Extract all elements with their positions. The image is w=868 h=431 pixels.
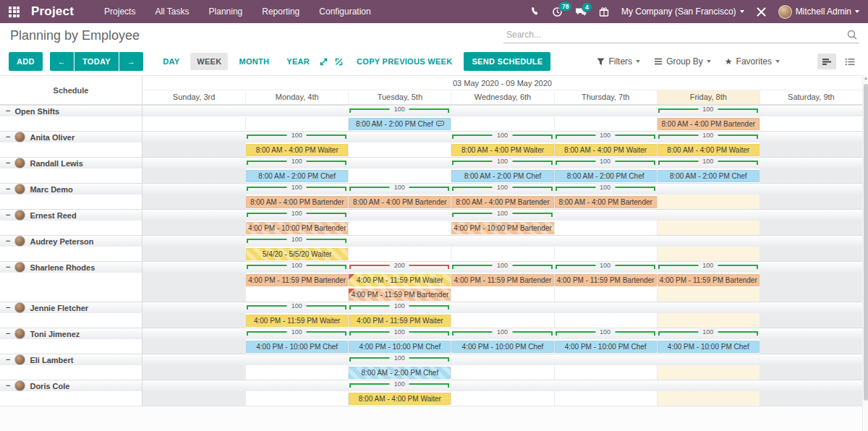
gantt-cell[interactable]: 4:00 PM - 10:00 PM Chef — [348, 339, 451, 354]
gantt-cell[interactable] — [142, 313, 245, 328]
gantt-cell[interactable]: 8:00 AM - 4:00 PM Bartender — [245, 195, 348, 209]
gantt-cell[interactable] — [142, 142, 245, 157]
gantt-cell[interactable] — [760, 142, 862, 157]
shift-block[interactable]: 4:00 PM - 11:59 PM Waiter — [349, 315, 451, 327]
gantt-cell[interactable] — [554, 247, 657, 261]
gantt-cell[interactable] — [348, 221, 451, 235]
scale-week[interactable]: WEEK — [190, 53, 228, 70]
gantt-cell[interactable] — [245, 391, 348, 406]
shift-block[interactable]: 4:00 PM - 10:00 PM Chef — [349, 341, 451, 353]
gantt-cell[interactable] — [760, 339, 862, 354]
gantt-cell[interactable]: 8:00 AM - 4:00 PM Bartender — [348, 195, 451, 209]
user-menu[interactable]: Mitchell Admin — [778, 5, 859, 19]
shift-block[interactable]: 4:00 PM - 11:59 PM Bartender — [349, 289, 451, 301]
gantt-cell[interactable]: 4:00 PM - 11:59 PM Waiter — [245, 313, 348, 328]
shift-block[interactable]: 4:00 PM - 10:00 PM Chef — [451, 341, 553, 353]
gantt-cell[interactable] — [760, 247, 862, 261]
gantt-cell[interactable] — [554, 221, 657, 235]
collapse-toggle[interactable]: − — [6, 133, 10, 141]
gantt-cell[interactable]: 8:00 AM - 2:00 PM Chef — [348, 365, 451, 380]
collapse-toggle[interactable]: − — [6, 263, 10, 271]
shift-block[interactable]: 8:00 AM - 2:00 PM Chef — [555, 170, 657, 182]
gantt-cell[interactable] — [554, 116, 657, 131]
gantt-cell[interactable] — [142, 195, 245, 209]
search-input[interactable] — [506, 30, 846, 40]
collapse-toggle[interactable]: − — [6, 382, 10, 390]
gantt-cell[interactable]: 8:00 AM - 2:00 PM Chef — [554, 168, 657, 183]
nav-item-all-tasks[interactable]: All Tasks — [155, 7, 189, 17]
gantt-cell[interactable] — [142, 168, 245, 183]
nav-item-planning[interactable]: Planning — [209, 7, 243, 17]
collapse-toggle[interactable]: − — [6, 304, 10, 312]
shift-block[interactable]: 8:00 AM - 4:00 PM Bartender — [349, 196, 451, 208]
gantt-cell[interactable] — [760, 365, 862, 380]
nav-item-projects[interactable]: Projects — [104, 7, 135, 17]
shift-block[interactable]: 8:00 AM - 2:00 PM Chef — [451, 170, 553, 182]
gantt-cell[interactable] — [142, 247, 245, 261]
shift-block[interactable]: 8:00 AM - 2:00 PM Chef — [246, 170, 348, 182]
activities-icon[interactable]: 78 — [552, 7, 563, 17]
gantt-cell[interactable]: 4:00 PM - 10:00 PM Chef — [657, 339, 760, 354]
gantt-cell[interactable]: 4:00 PM - 10:00 PM Chef — [451, 339, 553, 354]
gantt-cell[interactable] — [760, 116, 862, 131]
gantt-cell[interactable] — [760, 287, 862, 302]
gantt-cell[interactable] — [348, 247, 451, 261]
shift-block[interactable]: 8:00 AM - 4:00 PM Waiter — [451, 144, 553, 156]
gantt-cell[interactable]: 8:00 AM - 4:00 PM Waiter — [657, 142, 760, 157]
shift-block[interactable]: 8:00 AM - 2:00 PM Chef — [658, 170, 760, 182]
shift-block[interactable]: 8:00 AM - 4:00 PM Waiter — [246, 144, 348, 156]
scale-day[interactable]: DAY — [156, 53, 186, 70]
gantt-cell[interactable] — [657, 195, 760, 209]
shift-block[interactable]: 4:00 PM - 10:00 PM Bartender — [246, 222, 348, 234]
gantt-cell[interactable]: 4:00 PM - 11:59 PM Bartender — [657, 273, 760, 287]
gantt-cell[interactable] — [760, 221, 862, 235]
gantt-cell[interactable]: 4:00 PM - 10:00 PM Chef — [245, 339, 348, 354]
gantt-cell[interactable]: 4:00 PM - 11:59 PM Bartender — [451, 273, 553, 287]
today-button[interactable]: TODAY — [75, 52, 119, 71]
shift-block[interactable]: 4:00 PM - 10:00 PM Bartender — [451, 222, 553, 234]
shift-block[interactable]: 4:00 PM - 11:59 PM Bartender — [658, 274, 760, 286]
company-switcher[interactable]: My Company (San Francisco) — [621, 7, 744, 17]
gantt-view-button[interactable] — [817, 54, 836, 69]
gantt-cell[interactable]: 8:00 AM - 4:00 PM Waiter — [245, 142, 348, 157]
vertical-scrollbar[interactable]: ▲ — [862, 75, 868, 431]
collapse-toggle[interactable]: − — [6, 211, 10, 219]
gantt-cell[interactable]: 8:00 AM - 2:00 PM Chef — [245, 168, 348, 183]
gantt-cell[interactable] — [760, 195, 862, 209]
gantt-cell[interactable] — [657, 247, 760, 261]
filters-dropdown[interactable]: Filters — [597, 56, 640, 67]
gantt-cell[interactable]: 8:00 AM - 2:00 PM Chef — [451, 168, 553, 183]
shift-block[interactable]: 8:00 AM - 4:00 PM Bartender — [451, 196, 553, 208]
gantt-cell[interactable] — [554, 287, 657, 302]
next-week-button[interactable]: → — [119, 52, 143, 71]
gantt-cell[interactable] — [760, 391, 862, 406]
gantt-cell[interactable]: 8:00 AM - 2:00 PM Chef — [657, 168, 760, 183]
list-view-button[interactable] — [841, 54, 859, 69]
gantt-cell[interactable] — [142, 221, 245, 235]
gantt-cell[interactable] — [451, 365, 553, 380]
gantt-cell[interactable]: 8:00 AM - 4:00 PM Waiter — [451, 142, 553, 157]
scale-month[interactable]: MONTH — [232, 53, 276, 70]
shift-block[interactable]: 4:00 PM - 11:59 PM Waiter — [349, 274, 451, 286]
collapse-toggle[interactable]: − — [6, 237, 10, 245]
shift-block[interactable]: 4:00 PM - 10:00 PM Chef — [246, 341, 348, 353]
collapse-toggle[interactable]: − — [6, 107, 10, 115]
gantt-cell[interactable] — [245, 365, 348, 380]
collapse-toggle[interactable]: − — [6, 185, 10, 193]
collapse-toggle[interactable]: − — [6, 330, 10, 338]
gantt-cell[interactable]: 4:00 PM - 10:00 PM Bartender — [451, 221, 553, 235]
gantt-cell[interactable] — [451, 116, 553, 131]
gantt-cell[interactable] — [451, 247, 553, 261]
app-title[interactable]: Project — [31, 4, 74, 19]
shift-block[interactable]: 8:00 AM - 2:00 PM Chef — [349, 367, 451, 379]
gantt-cell[interactable] — [451, 391, 553, 406]
nav-item-configuration[interactable]: Configuration — [319, 7, 370, 17]
scale-year[interactable]: YEAR — [280, 53, 316, 70]
prev-week-button[interactable]: ← — [50, 52, 74, 71]
gantt-cell[interactable] — [142, 391, 245, 406]
apps-grid-icon[interactable] — [9, 7, 20, 17]
gantt-cell[interactable] — [245, 116, 348, 131]
gantt-cell[interactable] — [760, 168, 862, 183]
gantt-cell[interactable] — [142, 287, 245, 302]
gantt-cell[interactable] — [760, 313, 862, 328]
